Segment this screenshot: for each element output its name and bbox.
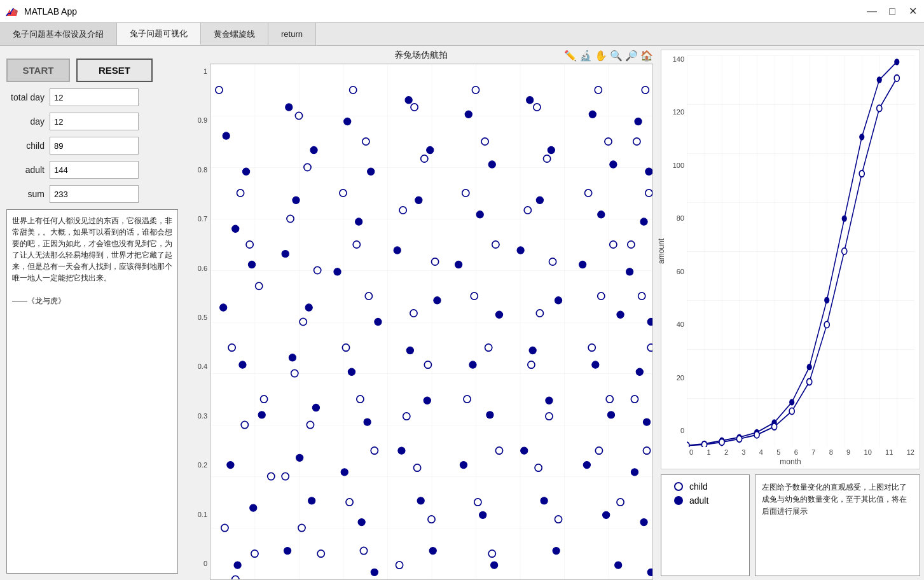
svg-point-139 (553, 547, 560, 554)
svg-point-120 (465, 111, 472, 118)
close-button[interactable]: ✕ (906, 5, 919, 17)
svg-point-167 (789, 399, 794, 405)
adult-label: adult (6, 165, 45, 175)
svg-point-116 (424, 397, 431, 404)
svg-point-132 (536, 197, 543, 204)
svg-point-181 (807, 378, 812, 385)
maximize-button[interactable]: □ (886, 5, 899, 17)
svg-point-151 (645, 168, 652, 175)
svg-point-159 (647, 569, 652, 576)
svg-point-173 (894, 59, 899, 65)
sum-label: sum (6, 189, 45, 199)
title-bar: MATLAB App — □ ✕ (0, 0, 924, 23)
left-panel: START RESET total day day child adult su… (0, 46, 184, 580)
svg-point-100 (344, 118, 351, 125)
svg-point-146 (607, 411, 614, 418)
child-label: child (6, 141, 45, 151)
day-row: day (6, 113, 178, 130)
svg-point-96 (312, 404, 319, 411)
svg-point-172 (877, 76, 882, 83)
minimize-button[interactable]: — (865, 5, 878, 17)
tab-golden-spiral[interactable]: 黄金螺旋线 (201, 23, 268, 45)
svg-point-177 (736, 436, 741, 442)
total-day-row: total day (6, 88, 178, 106)
svg-point-99 (284, 547, 291, 554)
svg-point-95 (289, 354, 296, 361)
svg-point-125 (469, 361, 476, 368)
svg-point-87 (227, 461, 234, 468)
svg-point-176 (719, 439, 724, 445)
svg-point-171 (859, 134, 864, 140)
svg-point-186 (894, 75, 899, 81)
svg-point-89 (234, 562, 241, 569)
svg-point-86 (258, 411, 265, 418)
svg-point-106 (364, 418, 371, 425)
svg-point-113 (394, 247, 401, 254)
sum-input[interactable] (50, 185, 139, 203)
svg-point-121 (488, 161, 495, 168)
svg-point-112 (415, 197, 422, 204)
pan-icon[interactable]: ✋ (595, 50, 607, 62)
matlab-logo-icon (5, 4, 19, 18)
adult-input[interactable] (50, 161, 139, 179)
description-box: 左图给予数量变化的直观感受，上图对比了成兔与幼兔的数量变化，至于其比值，将在后面… (755, 474, 920, 576)
svg-point-143 (579, 261, 586, 268)
svg-point-185 (877, 105, 882, 111)
tab-return[interactable]: return (268, 23, 316, 45)
data-icon[interactable]: 🔬 (579, 50, 592, 62)
child-row: child (6, 137, 178, 155)
svg-point-150 (635, 118, 642, 125)
total-day-input[interactable] (50, 88, 139, 106)
scatter-area: 1 0.9 0.8 0.7 0.6 0.5 0.4 0.3 0.2 0.1 0 (188, 64, 653, 580)
x-axis-label: month (661, 457, 920, 469)
svg-point-174 (687, 442, 689, 447)
adult-legend-icon (674, 496, 683, 505)
svg-point-141 (610, 161, 617, 168)
svg-point-169 (824, 297, 829, 303)
child-input[interactable] (50, 137, 139, 155)
scatter-with-yaxis: 1 0.9 0.8 0.7 0.6 0.5 0.4 0.3 0.2 0.1 0 (188, 64, 653, 580)
svg-point-123 (455, 261, 462, 268)
day-input[interactable] (50, 113, 139, 130)
svg-point-122 (476, 211, 483, 218)
svg-point-178 (754, 432, 759, 438)
brush-icon[interactable]: ✏️ (564, 50, 577, 62)
svg-point-156 (643, 418, 650, 425)
svg-point-175 (701, 441, 707, 447)
quote-text: 世界上有任何人都没见过的东西，它很温柔，非常甜美，。大概，如果可以看到的话，谁都… (12, 216, 172, 282)
legend-box: child adult (661, 474, 750, 576)
zoom-in-icon[interactable]: 🔍 (610, 50, 623, 62)
svg-point-154 (647, 318, 652, 325)
home-icon[interactable]: 🏠 (640, 50, 653, 62)
zoom-out-icon[interactable]: 🔎 (625, 50, 638, 62)
legend-adult-item: adult (674, 495, 736, 506)
svg-point-102 (355, 218, 362, 225)
y-axis-label: amount (657, 238, 666, 264)
svg-point-158 (640, 518, 647, 525)
svg-point-144 (617, 311, 624, 318)
app-title: MATLAB App (24, 6, 77, 17)
svg-rect-2 (210, 64, 652, 579)
legend-child-item: child (674, 481, 736, 492)
tab-intro[interactable]: 兔子问题基本假设及介绍 (0, 23, 117, 45)
title-bar-controls: — □ ✕ (865, 5, 919, 17)
line-chart-with-yaxis: 140 120 100 80 60 40 20 0 amount (661, 50, 920, 447)
quote-box: 世界上有任何人都没见过的东西，它很温柔，非常甜美，。大概，如果可以看到的话，谁都… (6, 209, 178, 574)
tab-bar: 兔子问题基本假设及介绍 兔子问题可视化 黄金螺旋线 return (0, 23, 924, 46)
svg-point-82 (232, 225, 239, 232)
right-bottom-row: child adult 左图给予数量变化的直观感受，上图对比了成兔与幼兔的数量变… (661, 474, 920, 576)
svg-point-85 (239, 361, 246, 368)
svg-point-108 (358, 518, 365, 525)
button-row: START RESET (6, 59, 178, 82)
tab-visualization[interactable]: 兔子问题可视化 (117, 23, 201, 45)
svg-point-180 (789, 408, 794, 414)
start-button[interactable]: START (6, 59, 70, 82)
linechart-svg (687, 55, 914, 447)
svg-point-138 (541, 497, 548, 504)
svg-point-109 (371, 569, 378, 576)
reset-button[interactable]: RESET (76, 59, 153, 82)
day-label: day (6, 116, 45, 127)
svg-point-103 (334, 268, 341, 275)
svg-point-111 (427, 146, 434, 153)
svg-point-119 (429, 547, 436, 554)
